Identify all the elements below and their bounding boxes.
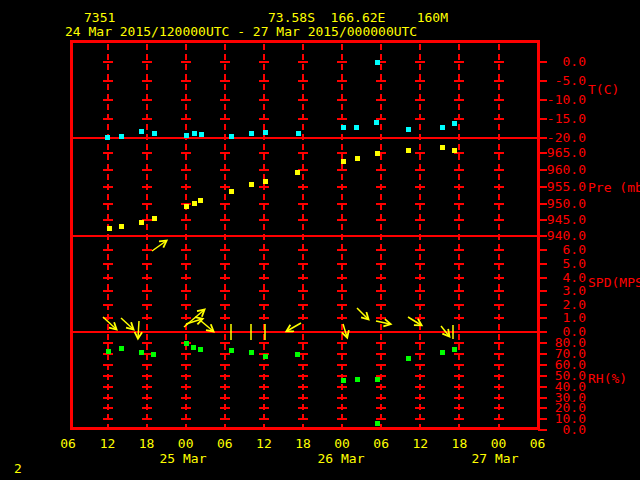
x-hour-label: 00 [487,437,511,450]
x-hour-label: 18 [135,437,159,450]
meteogram-screen: 7351 73.58S 166.62E 160M 24 Mar 2015/120… [0,0,640,480]
x-hour-label: 06 [56,437,80,450]
y-tick-label: 945.0 [540,213,586,226]
wind-direction-arrow [121,318,133,329]
panel-name-label: Pre (mb) [588,181,640,194]
y-tick-label: 0.0 [540,423,586,436]
y-tick-label: 1.0 [540,311,586,324]
y-tick-label: 3.0 [540,284,586,297]
wind-direction-arrow [343,324,347,337]
y-tick-label: 940.0 [540,229,586,242]
x-hour-label: 12 [252,437,276,450]
x-hour-label: 18 [291,437,315,450]
y-tick-label: -5.0 [540,74,586,87]
x-hour-label: 00 [330,437,354,450]
x-hour-label: 00 [174,437,198,450]
panel-name-label: RH(%) [588,372,627,385]
y-tick-label: 965.0 [540,146,586,159]
page-number: 2 [14,462,22,475]
y-tick-label: 950.0 [540,197,586,210]
x-hour-label: 12 [96,437,120,450]
x-date-label: 25 Mar [155,452,211,465]
y-tick-label: 955.0 [540,180,586,193]
x-hour-label: 06 [369,437,393,450]
x-date-label: 27 Mar [467,452,523,465]
wind-direction-arrow [441,326,449,336]
wind-direction-arrow [138,321,139,338]
wind-direction-arrow [152,241,166,251]
wind-direction-arrow [186,319,202,324]
wind-direction-arrow [201,321,213,331]
x-hour-label: 06 [526,437,550,450]
panel-name-label: T(C) [588,83,619,96]
y-tick-label: 5.0 [540,257,586,270]
x-hour-label: 06 [213,437,237,450]
y-tick-label: 0.0 [540,55,586,68]
x-hour-label: 12 [408,437,432,450]
wind-direction-arrow [357,308,368,319]
y-tick-label: -15.0 [540,112,586,125]
x-hour-label: 18 [447,437,471,450]
wind-direction-arrow [287,323,301,331]
panel-name-label: SPD(MPS) [588,276,640,289]
y-tick-label: 960.0 [540,163,586,176]
wind-direction-arrow [376,321,390,324]
x-date-label: 26 Mar [313,452,369,465]
y-tick-label: 6.0 [540,243,586,256]
y-tick-label: -20.0 [540,131,586,144]
y-tick-label: -10.0 [540,93,586,106]
wind-direction-arrow [103,317,116,329]
wind-direction-arrow [408,317,421,325]
